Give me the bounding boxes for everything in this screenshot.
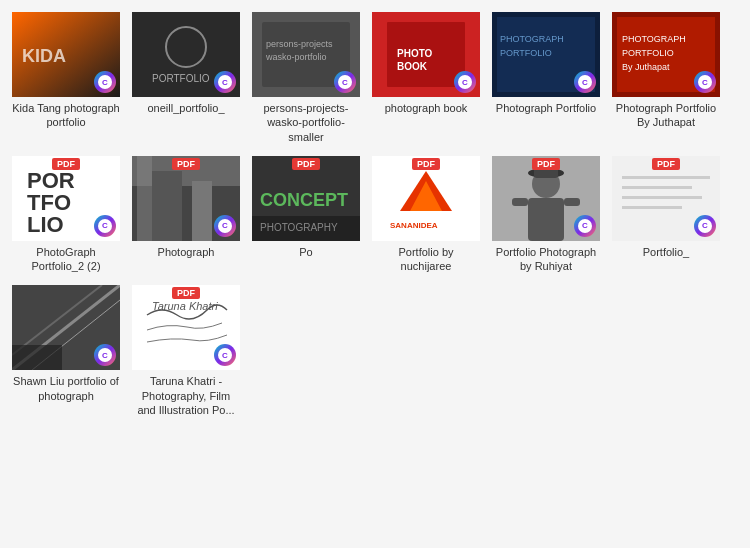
item-label: Portfolio by nuchijaree (372, 245, 480, 274)
svg-text:PORTFOLIO: PORTFOLIO (622, 48, 674, 58)
list-item[interactable]: KIDA C Kida Tang photograph portfolio (12, 12, 120, 144)
item-label: Po (299, 245, 312, 259)
item-label: Taruna Khatri - Photography, Film and Il… (132, 374, 240, 417)
canva-badge: C (574, 71, 596, 93)
svg-rect-48 (622, 176, 710, 179)
canva-badge: C (694, 71, 716, 93)
svg-text:persons-projects: persons-projects (266, 39, 333, 49)
pdf-badge: PDF (52, 158, 80, 170)
item-label: photograph book (385, 101, 468, 115)
pdf-badge: PDF (172, 158, 200, 170)
list-item[interactable]: PHOTOGRAPH PORTFOLIO By Juthapat C Photo… (612, 12, 720, 144)
svg-rect-46 (564, 198, 580, 206)
list-item[interactable]: PHOTOGRAPH PORTFOLIO C Photograph Portfo… (492, 12, 600, 144)
pdf-badge: PDF (292, 158, 320, 170)
svg-rect-56 (12, 345, 62, 370)
svg-rect-44 (528, 198, 564, 241)
item-label: Photograph (158, 245, 215, 259)
svg-text:PHOTO: PHOTO (397, 48, 433, 59)
item-label: PhotoGraph Portfolio_2 (2) (12, 245, 120, 274)
item-label: oneill_portfolio_ (147, 101, 224, 115)
item-label: Portfolio_ (643, 245, 689, 259)
pdf-badge: PDF (172, 287, 200, 299)
svg-text:BOOK: BOOK (397, 61, 428, 72)
canva-badge: C (214, 215, 236, 237)
list-item[interactable]: persons-projects wasko-portfolio C perso… (252, 12, 360, 144)
svg-text:PHOTOGRAPH: PHOTOGRAPH (500, 34, 564, 44)
list-item[interactable]: PHOTO BOOK C photograph book (372, 12, 480, 144)
svg-rect-49 (622, 186, 692, 189)
svg-text:CONCEPT: CONCEPT (260, 190, 348, 210)
canva-badge: C (574, 215, 596, 237)
svg-text:wasko-portfolio: wasko-portfolio (265, 52, 327, 62)
canva-badge: C (214, 71, 236, 93)
item-label: Photograph Portfolio (496, 101, 596, 115)
canva-badge: C (454, 71, 476, 93)
list-item[interactable]: PDF C Photograph (132, 156, 240, 274)
svg-text:LIO: LIO (27, 212, 64, 237)
svg-text:By Juthapat: By Juthapat (622, 62, 670, 72)
list-item[interactable]: PDF SANANIDEA Portfolio by nuchijaree (372, 156, 480, 274)
canva-badge: C (94, 215, 116, 237)
svg-text:Taruna Khatri: Taruna Khatri (152, 300, 218, 312)
canva-badge: C (694, 215, 716, 237)
svg-text:PHOTOGRAPH: PHOTOGRAPH (622, 34, 686, 44)
list-item[interactable]: PDF C Portfolio Photograph by Ruhiyat (492, 156, 600, 274)
item-label: persons-projects-wasko-portfolio-smaller (252, 101, 360, 144)
pdf-badge: PDF (532, 158, 560, 170)
item-label: Shawn Liu portfolio of photograph (12, 374, 120, 403)
list-item[interactable]: PDF Taruna Khatri C Taruna Khatri - Phot… (132, 285, 240, 417)
svg-rect-51 (622, 206, 682, 209)
svg-rect-29 (152, 171, 182, 241)
svg-rect-30 (192, 181, 212, 241)
canva-badge: C (94, 71, 116, 93)
svg-rect-31 (137, 156, 152, 241)
document-grid: KIDA C Kida Tang photograph portfolio PO… (0, 0, 750, 429)
list-item[interactable]: PORTFOLIO C oneill_portfolio_ (132, 12, 240, 144)
svg-rect-50 (622, 196, 702, 199)
svg-text:KIDA: KIDA (22, 46, 66, 66)
canva-badge: C (334, 71, 356, 93)
list-item[interactable]: PDF C Portfolio_ (612, 156, 720, 274)
list-item[interactable]: C Shawn Liu portfolio of photograph (12, 285, 120, 417)
list-item[interactable]: PDF CONCEPT PHOTOGRAPHY Po (252, 156, 360, 274)
item-label: Kida Tang photograph portfolio (12, 101, 120, 130)
item-label: Portfolio Photograph by Ruhiyat (492, 245, 600, 274)
svg-text:PORTFOLIO: PORTFOLIO (500, 48, 552, 58)
svg-text:SANANIDEA: SANANIDEA (390, 221, 438, 230)
svg-text:PHOTOGRAPHY: PHOTOGRAPHY (260, 222, 338, 233)
svg-rect-45 (512, 198, 528, 206)
item-label: Photograph Portfolio By Juthapat (612, 101, 720, 130)
pdf-badge: PDF (652, 158, 680, 170)
pdf-badge: PDF (412, 158, 440, 170)
list-item[interactable]: PDF POR TFO LIO C PhotoGraph Portfolio_2… (12, 156, 120, 274)
svg-text:PORTFOLIO: PORTFOLIO (152, 73, 210, 84)
